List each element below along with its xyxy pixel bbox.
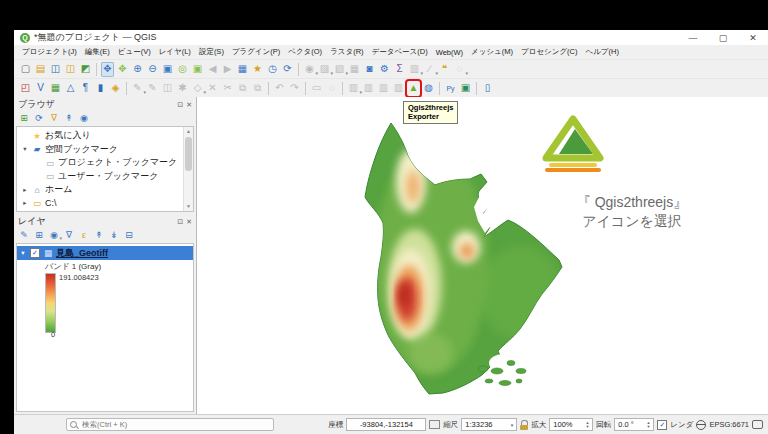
raster-tool-4-icon[interactable]: ▥ xyxy=(392,81,405,96)
search-tool-icon-dropdown[interactable]: ▾ xyxy=(465,71,468,76)
render-checkbox[interactable]: ✓ xyxy=(657,420,667,430)
scale-lock-icon[interactable] xyxy=(520,420,528,429)
select-features-icon[interactable]: ▨▾ xyxy=(318,62,331,77)
move-label-icon[interactable]: ◌ xyxy=(325,81,338,96)
crs-label[interactable]: EPSG:6671 xyxy=(709,420,749,429)
expander-icon[interactable]: ▸ xyxy=(21,199,29,207)
redo-icon[interactable]: ↷ xyxy=(288,81,301,96)
statistics-sigma-icon[interactable]: Σ xyxy=(393,62,406,77)
add-delimited-text-icon[interactable]: ¶ xyxy=(79,81,92,96)
copy-features-icon[interactable]: ⧉ xyxy=(236,81,249,96)
temporal-controller-icon[interactable]: ◷ xyxy=(266,62,279,77)
menu-item-3[interactable]: レイヤ(L) xyxy=(155,47,195,57)
toggle-editing-icon[interactable]: ✎ xyxy=(146,81,159,96)
zoom-full-icon[interactable]: ▣ xyxy=(161,62,174,77)
browser-item[interactable]: ▸▭C:\ xyxy=(17,197,193,211)
browser-item[interactable]: ◆GeoPackage xyxy=(17,210,193,212)
menu-item-8[interactable]: データベース(D) xyxy=(368,47,432,57)
expander-icon[interactable]: ▾ xyxy=(21,145,29,153)
menu-item-7[interactable]: ラスタ(R) xyxy=(326,47,367,57)
new-project-icon[interactable]: ▢ xyxy=(19,62,32,77)
undo-icon[interactable]: ↶ xyxy=(273,81,286,96)
zoom-to-selection-icon[interactable]: ◎ xyxy=(176,62,189,77)
layers-close-icon[interactable]: ✕ xyxy=(186,218,192,226)
save-project-as-icon[interactable]: ◫ xyxy=(64,62,77,77)
add-wms-layer-icon[interactable]: ◈ xyxy=(109,81,122,96)
search-input[interactable] xyxy=(80,419,270,430)
expander-icon[interactable]: ▸ xyxy=(21,186,29,194)
maximize-button[interactable]: ▢ xyxy=(708,33,738,43)
scale-dropdown-icon[interactable]: ▾ xyxy=(511,422,514,428)
datasource-manager-icon[interactable]: ◰ xyxy=(19,81,32,96)
zoom-to-layer-icon[interactable]: ▣ xyxy=(191,62,204,77)
close-button[interactable]: ✕ xyxy=(738,33,768,43)
manage-map-themes-icon-dropdown[interactable]: ▾ xyxy=(59,236,62,241)
browser-item[interactable]: ▸⌂ホーム xyxy=(17,183,193,197)
map-canvas[interactable]: 『 Qgis2threejs』 アイコンを選択 xyxy=(197,97,768,414)
deselect-features-icon[interactable]: ▧▾ xyxy=(333,62,346,77)
identify-features-icon[interactable]: ◉▾ xyxy=(303,62,316,77)
add-feature-icon[interactable]: ✱ xyxy=(176,81,189,96)
browser-filter-icon[interactable]: ∇ xyxy=(48,112,60,125)
browser-refresh-icon[interactable]: ⟳ xyxy=(33,112,45,125)
measure-icon[interactable]: ∕▾ xyxy=(423,62,436,77)
scroll-up-icon[interactable]: ▲ xyxy=(184,127,193,136)
browser-item[interactable]: ▭ユーザー・ブックマーク xyxy=(17,170,193,184)
scroll-thumb[interactable] xyxy=(185,137,192,171)
extent-icon[interactable] xyxy=(429,420,440,429)
qgis2threejs-icon[interactable]: ▲Qgis2threejsExporter xyxy=(407,81,420,96)
menu-item-10[interactable]: メッシュ(M) xyxy=(467,47,517,57)
add-selected-layers-icon[interactable]: ⊞ xyxy=(18,112,30,125)
field-calculator-icon[interactable]: ◙ xyxy=(363,62,376,77)
help-contents-icon[interactable]: ▯ xyxy=(481,81,494,96)
collapse-all-icon[interactable]: ↟ xyxy=(63,112,75,125)
minimize-button[interactable]: — xyxy=(678,33,708,43)
remove-layer-icon[interactable]: ⊟ xyxy=(123,229,135,242)
magnifier-spin-icons[interactable]: ▲▼ xyxy=(585,421,589,428)
browser-properties-icon[interactable]: ◉ xyxy=(78,112,90,125)
browser-item[interactable]: ▭プロジェクト・ブックマーク xyxy=(17,156,193,170)
layer-visibility-checkbox[interactable]: ✓ xyxy=(30,248,40,258)
paste-features-icon[interactable]: ⧉ xyxy=(251,81,264,96)
manage-map-themes-icon[interactable]: ◉▾ xyxy=(48,229,60,242)
delete-selected-icon[interactable]: ✕ xyxy=(206,81,219,96)
pan-map-icon[interactable]: ✥ xyxy=(101,62,114,77)
processing-toolbox-icon[interactable]: ▥▾ xyxy=(408,62,421,77)
options-gear-icon[interactable]: ⚙ xyxy=(378,62,391,77)
raster-tool-3-icon[interactable]: ▥ xyxy=(377,81,390,96)
crs-globe-icon[interactable] xyxy=(696,420,706,430)
add-group-icon[interactable]: ⊞ xyxy=(33,229,45,242)
raster-tool-1-icon[interactable]: ▥▾ xyxy=(347,81,360,96)
scale-combo[interactable]: 1:33236 ▾ xyxy=(461,418,517,431)
scroll-down-icon[interactable]: ▼ xyxy=(184,202,193,211)
filter-by-expression-icon[interactable]: ε xyxy=(78,229,90,242)
new-map-view-icon[interactable]: ▦ xyxy=(236,62,249,77)
browser-item[interactable]: ▾▰空間ブックマーク xyxy=(17,143,193,157)
save-layer-edits-icon[interactable]: ◫ xyxy=(161,81,174,96)
zoom-next-icon[interactable]: ▶ xyxy=(221,62,234,77)
processing-console-icon[interactable]: ▣ xyxy=(459,81,472,96)
messages-icon[interactable] xyxy=(752,420,763,429)
browser-close-icon[interactable]: ✕ xyxy=(186,101,192,109)
filter-legend-icon[interactable]: ∇ xyxy=(63,229,75,242)
metasearch-icon[interactable]: ◍ xyxy=(422,81,435,96)
menu-item-1[interactable]: 編集(E) xyxy=(81,47,114,57)
layer-styling-icon[interactable]: ◩ xyxy=(79,62,92,77)
magnifier-spinbox[interactable]: 100% ▲▼ xyxy=(549,418,593,431)
pan-to-selection-icon[interactable]: ✥ xyxy=(116,62,129,77)
add-mesh-layer-icon[interactable]: △ xyxy=(64,81,77,96)
coordinate-value[interactable]: -93804,-132154 xyxy=(346,418,426,431)
collapse-all-layers-icon[interactable]: ↡ xyxy=(108,229,120,242)
layer-expander-icon[interactable]: ▾ xyxy=(19,249,27,257)
menu-item-5[interactable]: プラグイン(P) xyxy=(228,47,284,57)
search-tool-icon[interactable]: ◌▾ xyxy=(453,62,466,77)
menu-item-12[interactable]: ヘルプ(H) xyxy=(582,47,623,57)
menu-item-4[interactable]: 設定(S) xyxy=(195,47,228,57)
vertex-tool-icon[interactable]: ◇▾ xyxy=(191,81,204,96)
zoom-in-icon[interactable]: ⊕ xyxy=(131,62,144,77)
cut-features-icon[interactable]: ✂ xyxy=(221,81,234,96)
browser-scrollbar[interactable]: ▲ ▼ xyxy=(183,127,193,211)
raster-tool-2-icon[interactable]: ▥ xyxy=(362,81,375,96)
browser-undock-icon[interactable]: ⊡ xyxy=(177,101,183,109)
expand-all-icon[interactable]: ↟ xyxy=(93,229,105,242)
